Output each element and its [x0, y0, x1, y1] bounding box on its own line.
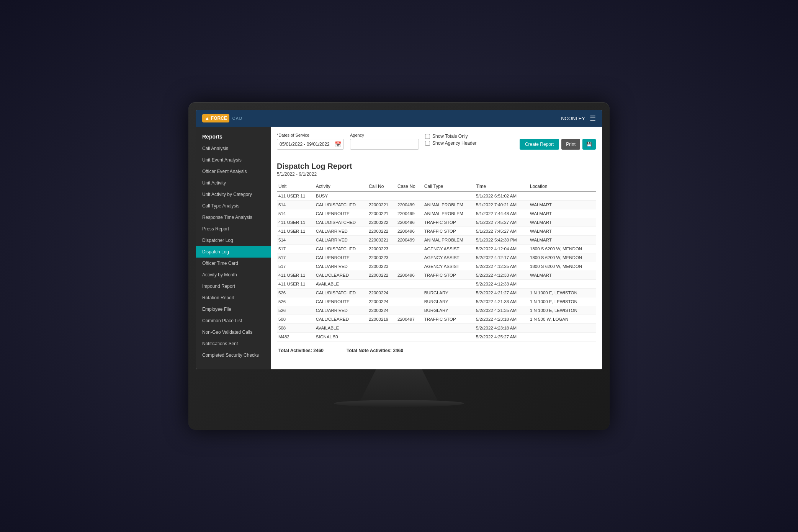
cell-call_type: TRAFFIC STOP [423, 271, 474, 280]
print-button[interactable]: Print [561, 139, 580, 150]
table-row: 514CALL/ENROUTE220002212200499ANIMAL PRO… [277, 209, 596, 218]
cell-case_no: 2200499 [396, 201, 423, 209]
cell-call_no [367, 324, 396, 333]
calendar-icon[interactable]: 📅 [335, 141, 341, 147]
nav-right: NCONLEY ☰ [561, 114, 596, 122]
cell-call_no [367, 192, 396, 201]
cell-activity: CALL/ENROUTE [314, 253, 367, 262]
cell-time: 5/2/2022 4:12:17 AM [474, 253, 528, 262]
cell-call_no: 22000224 [367, 297, 396, 306]
table-row: M482SIGNAL 505/2/2022 4:25:27 AM [277, 333, 596, 341]
sidebar-item-notifications-sent[interactable]: Notifications Sent [196, 338, 271, 349]
show-totals-row: Show Totals Only [425, 134, 476, 139]
sidebar-title: Reports [196, 130, 271, 143]
sidebar-item-call-type-analysis[interactable]: Call Type Analysis [196, 200, 271, 212]
dates-label: *Dates of Service [277, 133, 344, 137]
cell-activity: CALL/CLEARED [314, 271, 367, 280]
cell-location: 1 N 1000 E, LEWISTON [528, 306, 596, 315]
logo-sub: CAD [232, 116, 243, 121]
agency-form-group: Agency [350, 133, 419, 150]
table-row: 526CALL/DISPATCHED22000224BURGLARY5/2/20… [277, 289, 596, 297]
monitor-stand [361, 369, 437, 400]
sidebar-item-officer-time-card[interactable]: Officer Time Card [196, 258, 271, 269]
sidebar-item-unit-activity-by-category[interactable]: Unit Activity by Category [196, 189, 271, 200]
col-header-location: Location [528, 181, 596, 192]
cell-activity: SIGNAL 50 [314, 333, 367, 341]
cell-call_no: 22000222 [367, 218, 396, 227]
sidebar-item-dispatcher-log[interactable]: Dispatcher Log [196, 235, 271, 246]
report-table: UnitActivityCall NoCase NoCall TypeTimeL… [277, 181, 596, 342]
table-row: 517CALL/DISPATCHED22000223AGENCY ASSIST5… [277, 245, 596, 253]
top-nav: ▲ FORCE CAD NCONLEY ☰ [196, 110, 602, 127]
cell-unit: 517 [277, 253, 314, 262]
table-row: 514CALL/ARRIVED220002212200499ANIMAL PRO… [277, 236, 596, 245]
logo-badge: ▲ FORCE [202, 114, 229, 122]
cell-time: 5/2/2022 4:21:33 AM [474, 297, 528, 306]
sidebar-item-unit-event-analysis[interactable]: Unit Event Analysis [196, 154, 271, 166]
cell-location: WALMART [528, 236, 596, 245]
cell-time: 5/1/2022 7:45:27 AM [474, 218, 528, 227]
cell-call_no: 22000221 [367, 209, 396, 218]
cell-unit: 517 [277, 245, 314, 253]
cell-case_no [396, 306, 423, 315]
cell-case_no: 2200497 [396, 315, 423, 324]
sidebar-item-rotation-report[interactable]: Rotation Report [196, 292, 271, 304]
cell-location: WALMART [528, 227, 596, 236]
show-totals-checkbox[interactable] [425, 134, 430, 139]
cell-time: 5/2/2022 4:12:33 AM [474, 280, 528, 289]
table-row: 411 USER 11AVAILABLE5/2/2022 4:12:33 AM [277, 280, 596, 289]
cell-unit: 411 USER 11 [277, 271, 314, 280]
cell-location: 1 N 1000 E, LEWISTON [528, 289, 596, 297]
cell-unit: M482 [277, 333, 314, 341]
col-header-activity: Activity [314, 181, 367, 192]
report-area: Dispatch Log Report 5/1/2022 - 9/1/2022 … [277, 156, 596, 363]
cell-time: 5/2/2022 4:25:27 AM [474, 333, 528, 341]
cell-call_type: BURGLARY [423, 306, 474, 315]
filter-bar: *Dates of Service 📅 Agency [277, 133, 596, 150]
cell-call_type [423, 333, 474, 341]
cell-activity: CALL/ARRIVED [314, 306, 367, 315]
agency-input[interactable] [350, 139, 419, 150]
cell-activity: CALL/CLEARED [314, 341, 367, 343]
sidebar-item-press-report[interactable]: Press Report [196, 223, 271, 235]
dates-input-wrapper: 📅 [277, 139, 344, 150]
sidebar-item-response-time-analysis[interactable]: Response Time Analysis [196, 212, 271, 223]
cell-case_no: 2200496 [396, 218, 423, 227]
sidebar-item-unit-activity[interactable]: Unit Activity [196, 177, 271, 189]
hamburger-icon[interactable]: ☰ [590, 114, 596, 122]
cell-activity: AVAILABLE [314, 324, 367, 333]
sidebar-item-completed-security-checks[interactable]: Completed Security Checks [196, 349, 271, 361]
sidebar-item-dispatch-log[interactable]: Dispatch Log [196, 246, 271, 258]
sidebar-item-impound-report[interactable]: Impound Report [196, 281, 271, 292]
cell-activity: BUSY [314, 192, 367, 201]
create-report-button[interactable]: Create Report [520, 139, 559, 150]
cell-location [528, 192, 596, 201]
show-agency-header-checkbox[interactable] [425, 141, 430, 146]
sidebar-item-common-place-list[interactable]: Common Place List [196, 315, 271, 326]
cell-unit: 517 [277, 341, 314, 343]
cell-case_no [396, 324, 423, 333]
cell-time: 5/2/2022 4:23:18 AM [474, 324, 528, 333]
username-label: NCONLEY [561, 116, 585, 121]
export-button[interactable]: 💾 [582, 139, 596, 150]
report-footer: Total Activities: 2460 Total Note Activi… [277, 344, 596, 357]
cell-call_type: BURGLARY [423, 297, 474, 306]
sidebar-item-officer-event-analysis[interactable]: Officer Event Analysis [196, 166, 271, 177]
dates-input[interactable] [280, 142, 333, 147]
table-row: 517CALL/CLEARED22000223AGENCY ASSIST5/2/… [277, 341, 596, 343]
col-header-call-no: Call No [367, 181, 396, 192]
sidebar-item-employee-file[interactable]: Employee File [196, 304, 271, 315]
sidebar-item-activity-by-month[interactable]: Activity by Month [196, 269, 271, 281]
cell-case_no [396, 280, 423, 289]
cell-time: 5/1/2022 7:44:48 AM [474, 209, 528, 218]
sidebar-item-call-analysis[interactable]: Call Analysis [196, 143, 271, 154]
cell-unit: 517 [277, 262, 314, 271]
cell-call_no: 22000223 [367, 341, 396, 343]
cell-case_no: 2200499 [396, 236, 423, 245]
total-note-activities: Total Note Activities: 2460 [347, 348, 403, 353]
sidebar-item-non-geo-validated-calls[interactable]: Non-Geo Validated Calls [196, 326, 271, 338]
report-date-range: 5/1/2022 - 9/1/2022 [277, 171, 596, 177]
cell-unit: 514 [277, 201, 314, 209]
col-header-case-no: Case No [396, 181, 423, 192]
cell-activity: CALL/DISPATCHED [314, 245, 367, 253]
